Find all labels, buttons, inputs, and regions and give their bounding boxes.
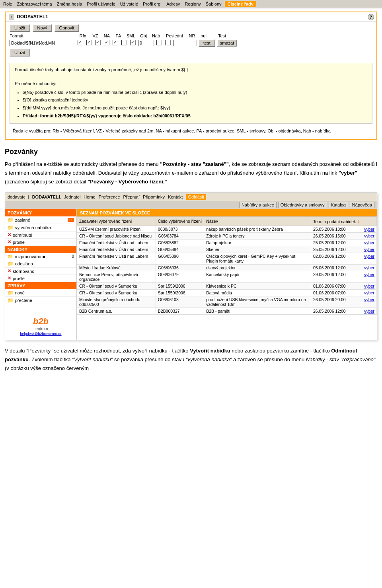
ss-sidebar-prectene[interactable]: 📁 přečtené xyxy=(5,297,76,304)
nab-checkbox[interactable] xyxy=(129,40,136,47)
ss-sidebar-zaslane[interactable]: 📁 zaslané 11 xyxy=(5,216,76,224)
cell-cislo: 0630/3073 xyxy=(156,226,204,233)
col-nul: nul xyxy=(199,33,209,38)
nav-ciselne-rady[interactable]: Číselné řady xyxy=(225,1,256,7)
ss-sec-nabidky[interactable]: Nabídky a aukce xyxy=(239,202,277,208)
cell-cislo: G06/06036 xyxy=(156,265,204,271)
ss-nav-pripominky: Připomínky xyxy=(143,195,165,199)
vyber-link[interactable]: vyber xyxy=(364,265,374,270)
helpdesk-link[interactable]: helpdesk@b2bcentrum.cz xyxy=(20,332,61,336)
italic-vytvorena: "vytvořená nabídka" xyxy=(186,356,232,362)
save-button[interactable]: Uložit xyxy=(10,24,30,32)
info-box: Formát číselné řady obsahuje konstantní … xyxy=(10,63,372,124)
th-nazev: Název xyxy=(204,217,311,226)
rfx-checkbox[interactable] xyxy=(77,40,84,47)
cell-link[interactable]: vyber xyxy=(362,239,377,246)
ss-sec-napoveda[interactable]: Nápověda xyxy=(350,202,374,208)
nav-uzivatele[interactable]: Uživatelé xyxy=(119,1,140,7)
nav-sablony[interactable]: Šablony xyxy=(204,1,223,7)
cell-termin: 01.06.2006 07:00 xyxy=(311,290,362,296)
delete-button[interactable]: smazat xyxy=(217,39,237,47)
cell-link[interactable]: vyber xyxy=(362,246,377,253)
ss-sidebar-nove[interactable]: 📁 nové xyxy=(5,289,76,297)
nav-adresy[interactable]: Adresy xyxy=(165,1,181,7)
ss-sec-objednavky[interactable]: Objednávky a smlouvy xyxy=(278,202,327,208)
test-input[interactable] xyxy=(173,40,197,46)
vz-checkbox[interactable] xyxy=(86,40,93,47)
cell-link[interactable]: vyber xyxy=(362,233,377,239)
col-posledni: Poslední xyxy=(164,33,185,38)
nav-tema[interactable]: Zobrazovací téma xyxy=(16,1,54,7)
ss-sidebar-stornovano[interactable]: ✕ stornováno xyxy=(5,268,76,275)
cell-termin: 25.05.2006 12:00 xyxy=(311,239,362,246)
ss-sidebar-vytvorena[interactable]: 📁 vytvořená nabídka xyxy=(5,224,76,232)
ss-nav-prepnuti: Přepnutí xyxy=(123,195,140,199)
refresh-button[interactable]: Obnovit xyxy=(55,24,79,32)
ss-nav-odhlasit[interactable]: Odhlásit xyxy=(186,194,206,200)
nul-checkbox[interactable] xyxy=(164,40,172,47)
cell-nazev: prodloužení USB klávesnice, myši a VGA m… xyxy=(204,296,311,308)
cell-link[interactable]: vyber xyxy=(362,271,377,283)
cell-nazev: nákup barvících pásek pro tiskárny Zebra xyxy=(204,226,311,233)
help-icon[interactable]: ? xyxy=(368,14,374,20)
ss-content: POZVÁNKY 📁 zaslané 11 📁 vytvořená nabídk… xyxy=(5,209,377,340)
nav-role[interactable]: Role xyxy=(2,1,14,7)
sml-checkbox[interactable] xyxy=(112,40,119,47)
ss-secondary-nav: Nabídky a aukce Objednávky a smlouvy Kat… xyxy=(5,201,377,209)
cell-link[interactable]: vyber xyxy=(362,308,377,315)
vyber-link[interactable]: vyber xyxy=(364,240,374,245)
test-button[interactable]: test xyxy=(199,39,215,47)
vyber-link[interactable]: vyber xyxy=(364,247,374,252)
vyber-link[interactable]: vyber xyxy=(364,297,374,302)
bottom-paragraph: V detailu "Pozvánky" se uživatel může ro… xyxy=(5,347,377,373)
ss-sidebar-rozpracovano-label: rozpracováno ■ xyxy=(15,254,45,259)
table-row: CR - Okresní soud v Šumperku Spr 1550/20… xyxy=(77,290,377,296)
cell-link[interactable]: vyber xyxy=(362,290,377,296)
ss-sidebar-prosle[interactable]: ✕ prošlé xyxy=(5,239,76,246)
ss-sidebar-odmitnute[interactable]: ✕ odmítnuté xyxy=(5,232,76,239)
vyber-link[interactable]: vyber xyxy=(364,309,374,313)
format-input[interactable] xyxy=(10,40,75,46)
expand-icon[interactable]: + xyxy=(9,14,14,19)
nav-regiony[interactable]: Regiony xyxy=(183,1,202,7)
table-row: Finanční ředitelství v Ústí nad Labem G0… xyxy=(77,239,377,246)
cell-link[interactable]: vyber xyxy=(362,253,377,265)
cell-termin: 25.05.2006 13:00 xyxy=(311,226,362,233)
cell-link[interactable]: vyber xyxy=(362,226,377,233)
form-panel: + DODAVATEL1 ? Uložit Nový Obnovit Formá… xyxy=(5,12,377,140)
vyber-link[interactable]: vyber xyxy=(364,290,374,295)
nr-checkbox[interactable] xyxy=(156,40,163,47)
vyber-link[interactable]: vyber xyxy=(364,272,374,277)
folder-icon-4: 📁 xyxy=(8,290,14,296)
cell-link[interactable]: vyber xyxy=(362,283,377,290)
nav-heslo[interactable]: Změna hesla xyxy=(55,1,84,7)
vyber-link[interactable]: vyber xyxy=(364,234,374,238)
ss-main-header: SEZNAM POZVÁNEK VE SLOŽCE xyxy=(77,209,377,216)
ss-main: SEZNAM POZVÁNEK VE SLOŽCE Zadavatel výbě… xyxy=(77,209,377,340)
vyber-link[interactable]: vyber xyxy=(364,284,374,288)
th-zadavatel: Zadavatel výběrového řízení xyxy=(77,217,156,226)
cell-link[interactable]: vyber xyxy=(362,296,377,308)
new-button[interactable]: Nový xyxy=(33,24,52,32)
nav-profil-org[interactable]: Profil org. xyxy=(141,1,163,7)
na-checkbox[interactable] xyxy=(94,40,101,47)
ss-sidebar-stornovano-label: stornováno xyxy=(13,269,34,274)
table-row: CR - Okresní soud v Šumperku Spr 1559/20… xyxy=(77,283,377,290)
pa-checkbox[interactable] xyxy=(103,40,110,47)
ss-sidebar-prosle-2[interactable]: ✕ prošlé xyxy=(5,275,76,282)
cell-cislo: G06/05882 xyxy=(156,239,204,246)
vyber-link[interactable]: vyber xyxy=(364,254,374,259)
ss-sidebar-rozpracovano[interactable]: 📁 rozpracováno ■ 0 xyxy=(5,253,76,260)
obj-checkbox[interactable] xyxy=(121,40,128,47)
sort-arrow-icon: ↓ xyxy=(357,218,360,224)
b2b-centrum-label: centrum xyxy=(8,327,73,331)
ss-sidebar-odeslano[interactable]: 📁 odesláno xyxy=(5,260,76,268)
posledni-input[interactable] xyxy=(138,40,154,46)
ss-nav-home: Home xyxy=(84,195,95,199)
cell-link[interactable]: vyber xyxy=(362,265,377,271)
vyber-link[interactable]: vyber xyxy=(364,227,374,232)
ss-sec-katalog[interactable]: Katalog xyxy=(329,202,348,208)
nav-profil-uzivatele[interactable]: Profil uživatele xyxy=(85,1,117,7)
save-row-2: Uložit xyxy=(10,49,372,56)
save-button-2[interactable]: Uložit xyxy=(10,49,30,56)
